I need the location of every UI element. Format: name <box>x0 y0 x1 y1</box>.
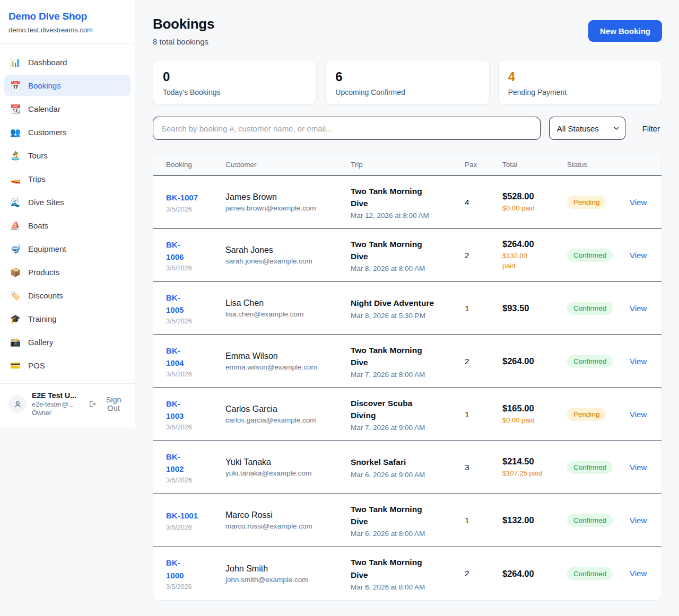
sidebar-item-boats[interactable]: ⛵ Boats <box>4 215 130 236</box>
total-cell: $264.00 <box>502 569 567 579</box>
action-cell: View <box>630 463 649 472</box>
trip-cell: Two Tank Morning Dive Mar 6, 2026 at 8:0… <box>351 556 465 591</box>
booking-id-link[interactable]: BK-1004 <box>166 345 189 369</box>
calendar-icon: 📅 <box>10 81 21 91</box>
view-link[interactable]: View <box>630 304 647 313</box>
view-link[interactable]: View <box>630 410 647 419</box>
tag-icon: 🏷️ <box>10 291 21 301</box>
sidebar-item-calendar[interactable]: 📆 Calendar <box>4 98 130 119</box>
sidebar-item-equipment[interactable]: 🤿 Equipment <box>4 238 130 259</box>
table-row: BK-1003 3/5/2026 Carlos Garcia carlos.ga… <box>153 388 661 441</box>
customer-email: emma.wilson@example.com <box>225 363 351 371</box>
status-badge: Confirmed <box>567 302 613 315</box>
booking-id-link[interactable]: BK-1005 <box>166 292 189 316</box>
people-icon: 👥 <box>10 127 21 137</box>
customer-cell: James Brown james.brown@example.com <box>225 192 351 212</box>
status-badge: Confirmed <box>567 249 613 262</box>
booking-id-link[interactable]: BK-1002 <box>166 451 189 476</box>
sidebar-item-dashboard[interactable]: 📊 Dashboard <box>4 51 130 73</box>
column-header-total: Total <box>502 161 567 169</box>
table-row: BK-1005 3/5/2026 Lisa Chen lisa.chen@exa… <box>153 282 661 335</box>
view-link[interactable]: View <box>630 198 647 207</box>
total-cell: $528.00 $0.00 paid <box>502 191 567 214</box>
customer-cell: Lisa Chen lisa.chen@example.com <box>225 298 351 318</box>
trip-datetime: Mar 7, 2026 at 8:00 AM <box>351 371 465 379</box>
status-cell: Pending <box>567 408 630 421</box>
trip-name: Two Tank Morning Dive <box>351 503 434 528</box>
stat-value: 0 <box>163 69 307 84</box>
trip-datetime: Mar 6, 2026 at 8:00 AM <box>351 530 465 538</box>
stat-label: Upcoming Confirmed <box>335 88 479 96</box>
speedboat-icon: 🚤 <box>10 174 21 184</box>
paid-amount: $132.00 paid <box>502 251 532 271</box>
customer-email: sarah.jones@example.com <box>225 257 351 265</box>
total-cell: $214.50 $107.25 paid <box>502 456 567 479</box>
sidebar-item-label: Equipment <box>28 244 66 253</box>
sidebar-item-pos[interactable]: 💳 POS <box>4 355 130 376</box>
total-amount: $528.00 <box>502 191 567 201</box>
status-cell: Pending <box>567 196 630 209</box>
user-name: E2E Test U... <box>32 391 83 400</box>
booking-id-link[interactable]: BK-1006 <box>166 239 189 263</box>
booking-id-link[interactable]: BK-1003 <box>166 398 189 423</box>
pax-cell: 3 <box>465 463 502 472</box>
sidebar-nav: 📊 Dashboard 📅 Bookings 📆 Calendar 👥 Cust… <box>0 44 135 383</box>
pax-cell: 1 <box>465 410 502 419</box>
total-cell: $264.00 <box>502 356 567 366</box>
booking-cell: BK-1007 3/5/2026 <box>166 191 225 213</box>
view-link[interactable]: View <box>630 516 647 525</box>
booking-date: 3/5/2026 <box>166 583 225 591</box>
pax-cell: 1 <box>465 516 502 525</box>
sidebar-item-label: Discounts <box>28 291 63 300</box>
total-cell: $165.00 $0.00 paid <box>502 403 567 426</box>
filter-button[interactable]: Filter <box>642 124 660 133</box>
status-cell: Confirmed <box>567 567 630 580</box>
sidebar-item-products[interactable]: 📦 Products <box>4 261 130 283</box>
status-select[interactable]: All Statuses <box>549 117 625 140</box>
booking-id-link[interactable]: BK-1001 <box>166 509 198 522</box>
pax-cell: 1 <box>465 304 502 313</box>
wave-icon: 🌊 <box>10 197 21 207</box>
page-header: Bookings 8 total bookings New Booking <box>153 16 662 46</box>
sidebar-item-trips[interactable]: 🚤 Trips <box>4 168 130 189</box>
booking-date: 3/5/2026 <box>166 318 225 325</box>
page-subtitle: 8 total bookings <box>153 37 214 46</box>
booking-cell: BK-1001 3/5/2026 <box>166 509 225 531</box>
sidebar-item-gallery[interactable]: 📸 Gallery <box>4 331 130 353</box>
bar-chart-icon: 📊 <box>10 57 21 67</box>
sidebar-item-label: Customers <box>28 128 67 137</box>
status-badge: Confirmed <box>567 514 613 527</box>
search-input[interactable] <box>153 117 541 140</box>
brand-domain: demo.test.divestreams.com <box>8 26 126 34</box>
sidebar-item-training[interactable]: 🎓 Training <box>4 308 130 329</box>
avatar <box>8 395 27 413</box>
pax-cell: 2 <box>465 251 502 260</box>
booking-id-link[interactable]: BK-1007 <box>166 191 198 204</box>
table-body: BK-1007 3/5/2026 James Brown james.brown… <box>153 176 661 600</box>
view-link[interactable]: View <box>630 463 647 472</box>
sidebar-item-label: Bookings <box>28 81 61 90</box>
sailboat-icon: ⛵ <box>10 221 21 231</box>
booking-date: 3/5/2026 <box>166 206 225 213</box>
booking-date: 3/5/2026 <box>166 424 225 431</box>
view-link[interactable]: View <box>630 357 647 366</box>
sidebar-item-customers[interactable]: 👥 Customers <box>4 121 130 143</box>
sidebar-item-discounts[interactable]: 🏷️ Discounts <box>4 285 130 306</box>
sidebar-item-label: POS <box>28 361 45 370</box>
paid-amount: $0.00 paid <box>502 416 567 426</box>
new-booking-button[interactable]: New Booking <box>588 20 662 42</box>
sign-out-icon <box>88 400 96 408</box>
booking-id-link[interactable]: BK-1000 <box>166 557 189 582</box>
column-header-customer: Customer <box>225 161 351 169</box>
stats-row: 0 Today's Bookings 6 Upcoming Confirmed … <box>153 60 662 105</box>
total-amount: $165.00 <box>502 403 567 413</box>
view-link[interactable]: View <box>630 251 647 260</box>
sign-out-button[interactable]: Sign Out <box>88 395 127 412</box>
view-link[interactable]: View <box>630 569 647 578</box>
sidebar-item-tours[interactable]: 🏝️ Tours <box>4 145 130 166</box>
sidebar-item-dive-sites[interactable]: 🌊 Dive Sites <box>4 191 130 213</box>
sidebar-item-label: Dashboard <box>28 58 67 67</box>
sidebar-item-bookings[interactable]: 📅 Bookings <box>4 75 130 96</box>
brand-name[interactable]: Demo Dive Shop <box>8 11 126 22</box>
status-badge: Confirmed <box>567 355 613 368</box>
